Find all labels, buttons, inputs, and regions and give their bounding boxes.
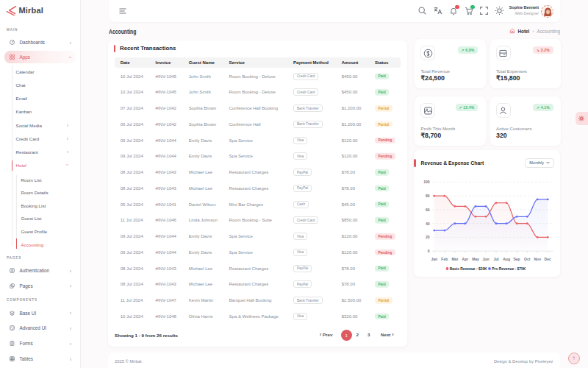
svg-text:Jun: Jun xyxy=(483,257,490,261)
svg-text:100: 100 xyxy=(423,180,430,184)
svg-text:Basic Revenue - $20K: Basic Revenue - $20K xyxy=(450,267,487,271)
svg-text:Oct: Oct xyxy=(524,257,531,261)
svg-text:Nov: Nov xyxy=(534,257,541,261)
svg-text:Pro Revenue - $75K: Pro Revenue - $75K xyxy=(492,267,526,271)
svg-text:80: 80 xyxy=(426,194,430,198)
svg-text:60: 60 xyxy=(426,208,430,212)
svg-text:Sep: Sep xyxy=(514,257,520,261)
svg-text:20: 20 xyxy=(426,235,430,239)
svg-text:May: May xyxy=(472,257,479,261)
svg-text:Jul: Jul xyxy=(493,257,499,261)
svg-text:Aug: Aug xyxy=(503,257,510,261)
svg-text:Dec: Dec xyxy=(545,257,551,261)
svg-text:Jan: Jan xyxy=(431,257,437,261)
svg-text:40: 40 xyxy=(426,222,430,226)
svg-text:0: 0 xyxy=(428,249,430,253)
svg-text:Apr: Apr xyxy=(462,257,469,261)
svg-text:Feb: Feb xyxy=(441,257,448,261)
svg-text:Mar: Mar xyxy=(451,257,458,261)
